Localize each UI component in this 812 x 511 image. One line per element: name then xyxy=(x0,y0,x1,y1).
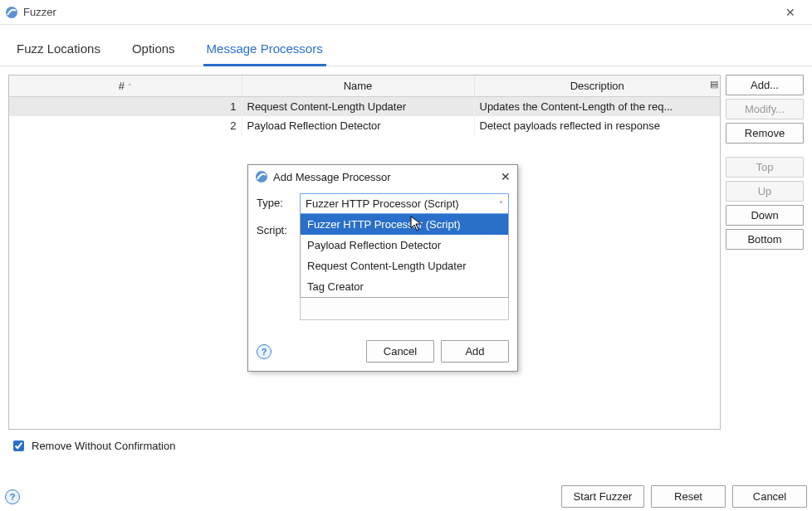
tab-options[interactable]: Options xyxy=(129,36,179,66)
app-icon xyxy=(5,6,18,19)
combo-option[interactable]: Fuzzer HTTP Processor (Script) xyxy=(301,214,508,235)
remove-button[interactable]: Remove xyxy=(726,123,804,144)
col-header-number[interactable]: #˄ xyxy=(9,75,242,97)
type-label: Type: xyxy=(257,193,293,209)
col-header-number-text: # xyxy=(119,80,125,92)
footer-bar: ? Start Fuzzer Reset Cancel xyxy=(5,485,807,508)
cell-number: 1 xyxy=(9,97,242,117)
help-icon[interactable]: ? xyxy=(5,489,20,504)
chevron-down-icon: ˅ xyxy=(499,199,503,208)
tab-fuzz-locations[interactable]: Fuzz Locations xyxy=(13,36,104,66)
sort-asc-icon: ˄ xyxy=(128,83,132,91)
help-icon[interactable]: ? xyxy=(257,344,271,359)
type-combo[interactable]: Fuzzer HTTP Processor (Script) ˅ Fuzzer … xyxy=(300,193,509,214)
type-combo-display[interactable]: Fuzzer HTTP Processor (Script) ˅ xyxy=(300,193,509,214)
app-icon xyxy=(255,170,268,183)
combo-option[interactable]: Payload Reflection Detector xyxy=(301,235,508,256)
up-button: Up xyxy=(726,181,804,202)
add-button[interactable]: Add... xyxy=(726,75,804,95)
cancel-button[interactable]: Cancel xyxy=(732,485,807,508)
window-close-button[interactable]: ✕ xyxy=(774,6,807,19)
dialog-cancel-button[interactable]: Cancel xyxy=(366,340,434,363)
combo-option[interactable]: Tag Creator xyxy=(301,276,508,297)
tab-message-processors[interactable]: Message Processors xyxy=(203,36,326,66)
cell-desc: Updates the Content-Length of the req... xyxy=(474,97,720,117)
window-title: Fuzzer xyxy=(23,6,56,18)
svg-point-1 xyxy=(256,171,267,182)
combo-option[interactable]: Request Content-Length Updater xyxy=(301,256,508,276)
dialog-close-button[interactable]: ✕ xyxy=(501,170,511,183)
table-row[interactable]: 2 Payload Reflection Detector Detect pay… xyxy=(9,116,720,135)
col-header-description[interactable]: Description ▤ xyxy=(474,75,720,97)
window-titlebar: Fuzzer ✕ xyxy=(0,0,812,25)
dialog-add-button[interactable]: Add xyxy=(441,340,509,363)
side-button-column: Add... Modify... Remove Top Up Down Bott… xyxy=(726,75,804,430)
add-message-processor-dialog: Add Message Processor ✕ Type: Fuzzer HTT… xyxy=(247,164,518,372)
down-button[interactable]: Down xyxy=(726,205,804,226)
start-fuzzer-button[interactable]: Start Fuzzer xyxy=(561,485,644,508)
cell-number: 2 xyxy=(9,116,242,135)
bottom-button[interactable]: Bottom xyxy=(726,229,804,250)
remove-without-confirmation-label: Remove Without Confirmation xyxy=(32,440,175,452)
remove-without-confirmation-row: Remove Without Confirmation xyxy=(0,435,812,457)
remove-without-confirmation-checkbox[interactable] xyxy=(13,440,24,451)
type-combo-list: Fuzzer HTTP Processor (Script) Payload R… xyxy=(300,214,509,298)
modify-button: Modify... xyxy=(726,99,804,119)
configure-columns-icon[interactable]: ▤ xyxy=(710,79,718,90)
script-label: Script: xyxy=(257,221,293,236)
tab-bar: Fuzz Locations Options Message Processor… xyxy=(0,25,812,66)
dialog-titlebar: Add Message Processor ✕ xyxy=(248,165,517,188)
processors-table: #˄ Name Description ▤ 1 Request Content-… xyxy=(9,75,720,135)
cell-name: Payload Reflection Detector xyxy=(242,116,474,135)
type-combo-value: Fuzzer HTTP Processor (Script) xyxy=(306,197,459,210)
top-button: Top xyxy=(726,157,804,178)
dialog-title: Add Message Processor xyxy=(273,171,391,183)
reset-button[interactable]: Reset xyxy=(651,485,726,508)
cell-name: Request Content-Length Updater xyxy=(242,97,474,117)
cell-desc: Detect payloads reflected in response xyxy=(474,116,720,135)
table-row[interactable]: 1 Request Content-Length Updater Updates… xyxy=(9,97,720,117)
col-header-name[interactable]: Name xyxy=(242,75,474,97)
svg-point-0 xyxy=(6,7,17,18)
